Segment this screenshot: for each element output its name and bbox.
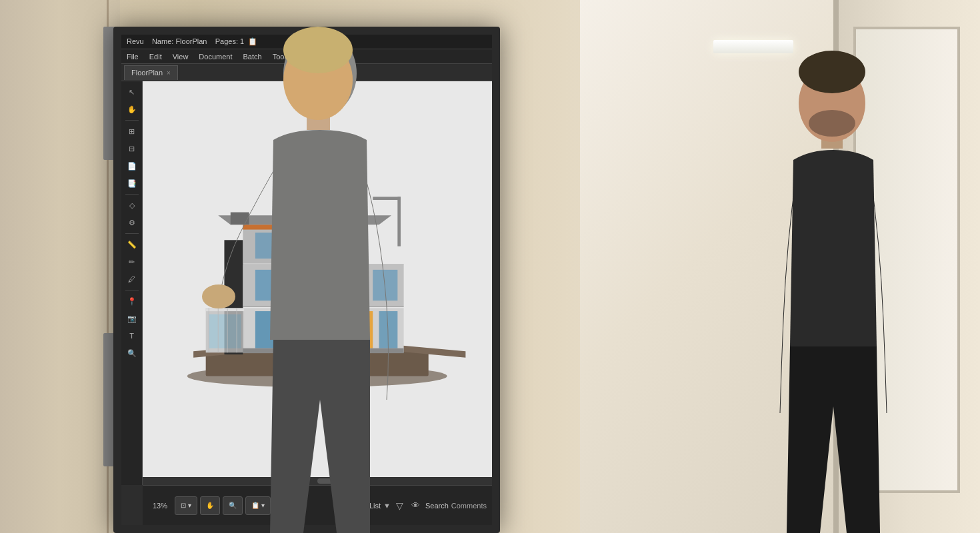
building-visualization: ✛ [169, 111, 465, 454]
menu-tools[interactable]: Tools [273, 53, 290, 61]
menu-bar: File Edit View Document Batch Tools Wind… [121, 49, 492, 64]
svg-rect-17 [280, 233, 299, 259]
monitor-screen: Revu Name: FloorPlan Pages: 1 📋 File Edi… [121, 35, 492, 525]
fit-page-button[interactable]: ⊡ ▾ [175, 496, 197, 515]
svg-rect-13 [342, 270, 367, 300]
markup-tool[interactable]: ✏ [124, 254, 140, 270]
wall-left [0, 0, 120, 533]
menu-window[interactable]: Window [300, 53, 326, 61]
measure-tool[interactable]: 📏 [124, 237, 140, 253]
tab-bar: FloorPlan × [121, 64, 492, 81]
building-svg: ✛ [169, 166, 465, 401]
menu-file[interactable]: File [127, 53, 139, 61]
diamond-tool[interactable]: ◇ [124, 197, 140, 213]
menu-edit[interactable]: Edit [149, 53, 162, 61]
svg-rect-10 [255, 270, 277, 300]
door-frame [833, 0, 980, 533]
svg-rect-27 [243, 348, 404, 352]
door-frame-inner [853, 27, 960, 493]
svg-rect-16 [255, 233, 274, 259]
svg-rect-26 [373, 197, 401, 200]
svg-rect-29 [206, 308, 245, 311]
svg-rect-22 [231, 212, 249, 225]
svg-rect-8 [379, 311, 398, 348]
layers-tool[interactable]: ⊞ [124, 123, 140, 139]
camera-tool[interactable]: 📷 [124, 310, 140, 326]
search-tool[interactable]: 🔍 [124, 345, 140, 361]
comments-label[interactable]: Comments [451, 502, 487, 510]
cursor-tool[interactable]: ↖ [124, 84, 140, 100]
text-tool[interactable]: T [124, 328, 140, 344]
svg-rect-12 [311, 270, 333, 300]
settings-tool[interactable]: ⚙ [124, 215, 140, 231]
svg-rect-20 [243, 225, 367, 229]
search-label[interactable]: Search [425, 502, 449, 510]
room-right [580, 0, 980, 533]
zoom-level: 13% [148, 502, 172, 510]
scene: Revu Name: FloorPlan Pages: 1 📋 File Edi… [0, 0, 980, 533]
svg-rect-19 [330, 233, 349, 259]
svg-rect-5 [255, 311, 280, 348]
svg-text:✛: ✛ [314, 333, 323, 344]
toolbar-divider-2 [125, 194, 139, 195]
pan-label: Pan [273, 502, 287, 510]
menu-batch[interactable]: Batch [243, 53, 262, 61]
eye-icon[interactable]: 👁 [411, 500, 420, 510]
toolbar-divider-1 [125, 120, 139, 121]
pages-tool[interactable]: 📄 [124, 158, 140, 174]
menu-help[interactable]: Help [337, 53, 352, 61]
horizontal-scrollbar[interactable] [143, 477, 492, 485]
menu-document[interactable]: Document [199, 53, 232, 61]
app-title: Revu Name: FloorPlan Pages: 1 📋 [127, 37, 257, 46]
svg-rect-25 [398, 197, 401, 246]
filter-icon[interactable]: ▽ [396, 500, 403, 511]
bottom-toolbar: 13% ⊡ ▾ ✋ 🔍 📋 ▾ Pan Markups List ▼ ▽ 👁 S… [143, 485, 492, 525]
left-toolbar: ↖ ✋ ⊞ ⊟ 📄 📑 ◇ ⚙ 📏 ✏ 🖊 📍 📷 T 🔍 [121, 81, 143, 485]
markups-list-label[interactable]: Markups List [339, 502, 381, 510]
main-canvas[interactable]: ✛ [143, 81, 492, 485]
pen-tool[interactable]: 🖊 [124, 271, 140, 287]
clipboard-button[interactable]: 📋 ▾ [245, 496, 271, 515]
document-tab[interactable]: FloorPlan × [124, 65, 178, 80]
svg-rect-11 [283, 270, 305, 300]
svg-rect-7 [342, 311, 373, 348]
svg-rect-14 [373, 270, 398, 300]
pan-button[interactable]: ✋ [200, 496, 220, 515]
svg-rect-18 [305, 233, 323, 259]
ceiling-light-1 [713, 40, 793, 53]
tab-label: FloorPlan [131, 69, 163, 77]
markups-dropdown-icon[interactable]: ▼ [383, 502, 391, 510]
hand-tool[interactable]: ✋ [124, 101, 140, 117]
toolbar-divider-3 [125, 233, 139, 234]
doc-tool[interactable]: 📑 [124, 175, 140, 191]
zoom-button[interactable]: 🔍 [223, 496, 243, 515]
monitor: Revu Name: FloorPlan Pages: 1 📋 File Edi… [113, 27, 500, 533]
svg-rect-6 [287, 311, 311, 348]
tab-close-button[interactable]: × [167, 69, 171, 77]
scrollbar-thumb[interactable] [317, 478, 344, 484]
pin-tool[interactable]: 📍 [124, 293, 140, 309]
svg-rect-1 [206, 351, 429, 376]
title-bar: Revu Name: FloorPlan Pages: 1 📋 [121, 35, 492, 49]
toolbar-divider-4 [125, 290, 139, 290]
menu-view[interactable]: View [173, 53, 189, 61]
grid-tool[interactable]: ⊟ [124, 141, 140, 157]
